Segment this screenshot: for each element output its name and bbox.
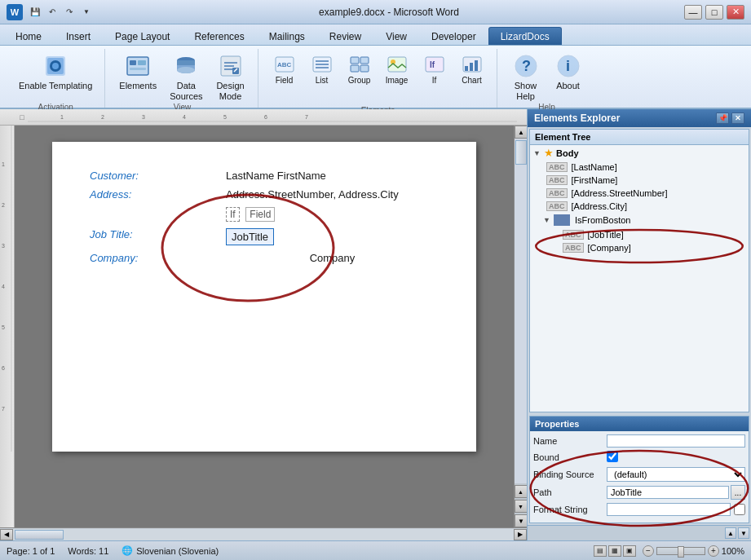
zoom-control: − + 100% bbox=[643, 545, 744, 557]
minimize-button[interactable]: — bbox=[684, 5, 702, 20]
view-mode-2-button[interactable]: ▦ bbox=[608, 545, 621, 557]
svg-text:2: 2 bbox=[101, 114, 104, 120]
if-icon: If bbox=[425, 55, 444, 74]
format-string-input[interactable] bbox=[607, 503, 731, 516]
table-row: Company: Company bbox=[85, 249, 444, 267]
prop-row-path: Path ... bbox=[533, 485, 745, 500]
elements-button[interactable]: Elements bbox=[113, 49, 162, 101]
data-sources-button[interactable]: DataSources bbox=[164, 49, 208, 101]
panel-close-button[interactable]: ✕ bbox=[731, 112, 744, 124]
enable-templating-button[interactable]: Enable Templating bbox=[13, 49, 98, 101]
zoom-out-button[interactable]: − bbox=[643, 545, 654, 557]
panel-title: Elements Explorer bbox=[534, 112, 620, 124]
tree-item-isfromboston[interactable]: ▼ IsFromBoston bbox=[530, 213, 749, 227]
tab-lizarddocs[interactable]: LizardDocs bbox=[488, 27, 562, 45]
tab-developer[interactable]: Developer bbox=[419, 27, 488, 45]
address-label: Address: bbox=[85, 185, 221, 204]
chart-icon bbox=[462, 55, 482, 74]
address-value: Address.StreetNumber, Address.City bbox=[221, 185, 444, 204]
save-quick-button[interactable]: 💾 bbox=[28, 5, 42, 20]
scroll-next-page-button[interactable]: ▼ bbox=[515, 500, 528, 513]
prop-binding-source-value: (default) bbox=[607, 467, 745, 482]
title-bar: W 💾 ↶ ↷ ▼ example9.docx - Microsoft Word… bbox=[0, 0, 751, 24]
svg-rect-26 bbox=[388, 57, 406, 72]
dropdown-quick-button[interactable]: ▼ bbox=[79, 5, 94, 20]
maximize-button[interactable]: □ bbox=[705, 5, 723, 20]
jobtitle-value-box: JobTitle bbox=[226, 228, 274, 245]
about-button[interactable]: i About bbox=[548, 49, 589, 101]
company-value: Company bbox=[221, 249, 444, 267]
if-button[interactable]: If If bbox=[417, 52, 453, 104]
firstname-abc-icon: ABC bbox=[546, 175, 568, 185]
view-mode-3-button[interactable]: ▣ bbox=[623, 545, 636, 557]
view-mode-1-button[interactable]: ▤ bbox=[594, 545, 607, 557]
undo-quick-button[interactable]: ↶ bbox=[45, 5, 60, 20]
table-row: If Field bbox=[85, 204, 444, 225]
properties-section: Properties Name Bound bbox=[529, 416, 749, 523]
image-button[interactable]: Image bbox=[379, 52, 415, 104]
svg-text:7: 7 bbox=[2, 406, 5, 412]
tree-item-streetnum[interactable]: ABC [Address.StreetNumber] bbox=[530, 187, 749, 200]
show-help-icon: ? bbox=[513, 53, 539, 79]
tree-item-body[interactable]: ▼ ★ Body bbox=[530, 145, 749, 161]
tab-pagelayout[interactable]: Page Layout bbox=[103, 27, 182, 45]
ruler-content: 1 2 3 4 5 6 7 bbox=[28, 109, 525, 125]
tab-insert[interactable]: Insert bbox=[54, 27, 103, 45]
scroll-down-button[interactable]: ▼ bbox=[515, 514, 527, 527]
tree-item-lastname[interactable]: ABC [LastName] bbox=[530, 161, 749, 174]
path-input[interactable] bbox=[607, 486, 729, 499]
svg-point-3 bbox=[52, 63, 59, 69]
activation-buttons: Enable Templating bbox=[13, 49, 98, 101]
bound-checkbox[interactable] bbox=[607, 451, 618, 462]
body-expand-icon: ▼ bbox=[533, 149, 541, 157]
horizontal-scrollbar[interactable]: ◀ ▶ bbox=[0, 527, 527, 540]
document-table: Customer: LastName FirstName Address: Ad… bbox=[85, 166, 444, 267]
tab-mailings[interactable]: Mailings bbox=[257, 27, 317, 45]
hscroll-thumb[interactable] bbox=[15, 530, 64, 540]
ribbon-group-elements: ABC Field List bbox=[260, 49, 497, 108]
tree-item-jobtitle[interactable]: ABC [JobTitle] bbox=[533, 228, 745, 241]
scroll-thumb[interactable] bbox=[515, 140, 527, 165]
zoom-slider[interactable] bbox=[656, 547, 705, 555]
hscroll-left-button[interactable]: ◀ bbox=[0, 529, 13, 540]
path-browse-button[interactable]: ... bbox=[731, 485, 745, 500]
svg-text:5: 5 bbox=[223, 114, 227, 120]
document-scrollbar[interactable]: ▲ ▲ ▼ ▼ bbox=[514, 126, 527, 527]
tree-item-city[interactable]: ABC [Address.City] bbox=[530, 200, 749, 213]
panel-scroll-up-button[interactable]: ▲ bbox=[725, 527, 736, 539]
format-string-checkbox[interactable] bbox=[734, 504, 745, 515]
tab-references[interactable]: References bbox=[182, 27, 256, 45]
scroll-prev-page-button[interactable]: ▲ bbox=[515, 485, 528, 498]
isfromboston-node-icon bbox=[554, 214, 570, 226]
tree-item-company[interactable]: ABC [Company] bbox=[533, 241, 745, 254]
svg-text:1: 1 bbox=[60, 114, 64, 120]
status-language: Slovenian (Slovenia) bbox=[136, 546, 219, 556]
elements-icon bbox=[125, 53, 151, 79]
panel-pin-button[interactable]: 📌 bbox=[716, 112, 729, 124]
enable-templating-label: Enable Templating bbox=[19, 81, 92, 91]
design-mode-button[interactable]: DesignMode bbox=[210, 49, 251, 101]
panel-scroll-down-button[interactable]: ▼ bbox=[738, 527, 749, 539]
group-button[interactable]: Group bbox=[342, 52, 378, 104]
zoom-thumb[interactable] bbox=[678, 546, 684, 558]
svg-rect-22 bbox=[351, 57, 359, 64]
tab-home[interactable]: Home bbox=[3, 27, 54, 45]
lastname-abc-icon: ABC bbox=[546, 162, 568, 172]
list-button[interactable]: List bbox=[304, 52, 340, 104]
binding-source-select[interactable]: (default) bbox=[607, 467, 745, 482]
tab-review[interactable]: Review bbox=[317, 27, 373, 45]
redo-quick-button[interactable]: ↷ bbox=[62, 5, 77, 20]
field-button[interactable]: ABC Field bbox=[267, 52, 303, 104]
tree-item-firstname[interactable]: ABC [FirstName] bbox=[530, 174, 749, 187]
hscroll-right-button[interactable]: ▶ bbox=[514, 529, 527, 540]
name-input[interactable] bbox=[607, 434, 745, 448]
prop-format-string-label: Format String bbox=[533, 505, 607, 514]
scroll-up-button[interactable]: ▲ bbox=[515, 126, 527, 139]
zoom-in-button[interactable]: + bbox=[708, 545, 719, 557]
chart-button[interactable]: Chart bbox=[454, 52, 490, 104]
tab-view[interactable]: View bbox=[373, 27, 419, 45]
document-scroll-area[interactable]: Customer: LastName FirstName Address: Ad… bbox=[15, 126, 514, 527]
show-help-button[interactable]: ? ShowHelp bbox=[506, 49, 546, 101]
document-area: □ 1 2 3 4 5 6 7 bbox=[0, 109, 527, 540]
close-button[interactable]: ✕ bbox=[727, 5, 744, 20]
